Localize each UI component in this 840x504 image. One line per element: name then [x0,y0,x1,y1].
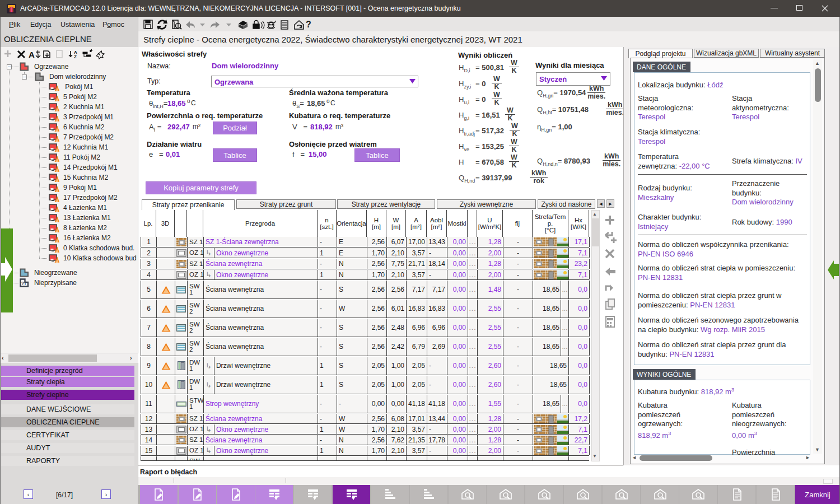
svg-text:A: A [29,50,35,59]
svg-text:?!: ?! [21,281,26,286]
svg-text:Z: Z [74,54,77,59]
